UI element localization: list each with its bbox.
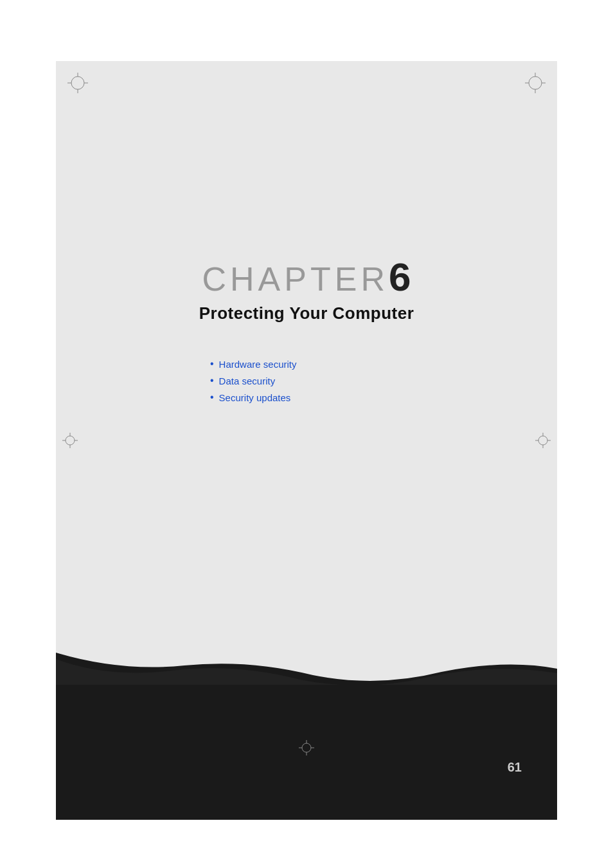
mid-mark-bottom-center <box>299 740 314 755</box>
chapter-header: CHAPTER6 Protecting Your Computer <box>199 254 414 323</box>
content-area: CHAPTER6 Protecting Your Computer Hardwa… <box>56 61 557 653</box>
page-outer: CHAPTER6 Protecting Your Computer Hardwa… <box>0 0 613 868</box>
list-item: Data security <box>210 375 296 386</box>
svg-point-30 <box>302 743 311 752</box>
bottom-section <box>56 653 557 820</box>
chapter-title: Protecting Your Computer <box>199 303 414 323</box>
page-inner: CHAPTER6 Protecting Your Computer Hardwa… <box>56 61 557 820</box>
page-number: 61 <box>508 760 522 775</box>
chapter-label-line: CHAPTER6 <box>199 254 414 300</box>
toc-link-data-security[interactable]: Data security <box>219 375 276 386</box>
toc-list: Hardware security Data security Security… <box>210 358 296 408</box>
list-item: Security updates <box>210 392 296 403</box>
chapter-label: CHAPTER <box>202 260 389 298</box>
toc-link-security-updates[interactable]: Security updates <box>219 392 291 403</box>
chapter-number: 6 <box>389 255 411 299</box>
list-item: Hardware security <box>210 358 296 370</box>
toc-link-hardware-security[interactable]: Hardware security <box>219 359 297 370</box>
